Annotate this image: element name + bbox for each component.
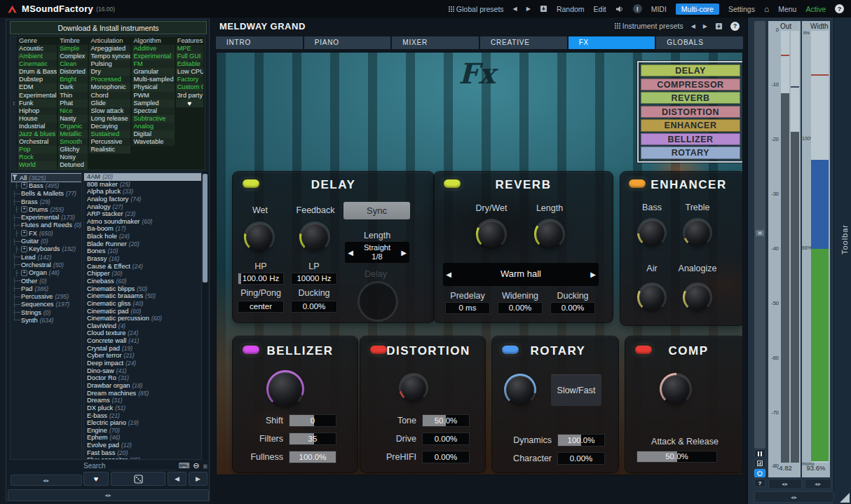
tag-item[interactable]: Phat — [58, 100, 88, 107]
tag-item[interactable]: Jazz & blues — [18, 130, 57, 138]
tag-item[interactable]: Acoustic — [18, 45, 57, 53]
tag-item[interactable]: Ambient — [18, 53, 57, 60]
fx-chain-item[interactable]: ENHANCER — [641, 119, 740, 131]
tag-item[interactable]: Noisy — [58, 154, 88, 161]
tree-item[interactable]: + Strings (0) — [12, 308, 81, 316]
active-indicator[interactable]: Active — [805, 5, 826, 13]
info-icon[interactable]: ! — [633, 4, 642, 13]
instrument-list-item[interactable]: 808 maker (25) — [84, 181, 201, 189]
prev-preset-button[interactable]: ◀ — [691, 23, 695, 29]
hp-value[interactable]: 100.00 Hz — [238, 273, 284, 285]
tag-item[interactable]: Low CPU — [176, 68, 203, 76]
pingpong-value[interactable]: center — [238, 301, 284, 313]
instrument-list-item[interactable]: Cinematic gliss (40) — [84, 300, 201, 308]
tag-item[interactable]: Clean — [58, 60, 88, 68]
filters-value[interactable]: 35 — [289, 433, 336, 445]
instrument-list-item[interactable]: DX pluck (51) — [84, 404, 201, 412]
tree-expander-icon[interactable]: + — [21, 270, 27, 276]
tag-item[interactable]: Full GUI — [176, 53, 203, 60]
next-preset-button[interactable]: ▶ — [703, 23, 707, 29]
dynamics-value[interactable]: 100.0% — [557, 434, 605, 447]
fx-chain-item[interactable]: ROTARY — [641, 147, 740, 158]
instrument-list-item[interactable]: Alpha pluck (33) — [84, 188, 201, 196]
instrument-list-item[interactable]: 4AM (20) — [84, 173, 201, 181]
tag-item[interactable]: Drum & Bass — [18, 68, 57, 76]
power-button[interactable] — [754, 469, 765, 477]
tag-item[interactable]: Rock — [18, 154, 57, 161]
toolbar-strip[interactable]: Toolbar — [833, 18, 851, 504]
fx-chain-item[interactable]: DISTORTION — [641, 106, 740, 118]
instrument-list-item[interactable]: Cinematic braaams (50) — [84, 292, 201, 300]
help-icon[interactable]: ? — [835, 4, 844, 13]
output-fader[interactable]: ▤ — [754, 21, 765, 449]
tag-item[interactable]: Analog — [132, 123, 174, 130]
tag-item[interactable]: Multi-sampled — [132, 76, 174, 83]
tree-item[interactable]: + Pad (386) — [12, 285, 81, 292]
fx-chain-item[interactable]: DELAY — [641, 64, 740, 76]
analogize-knob[interactable] — [683, 282, 712, 312]
instrument-list-item[interactable]: Doctor Ro (31) — [84, 374, 201, 382]
tag-item[interactable]: Distorted — [58, 68, 88, 76]
instrument-list-item[interactable]: Blade Runner (20) — [84, 240, 201, 248]
instrument-list-item[interactable]: Drawbar organ (18) — [84, 382, 201, 390]
selector-left-icon[interactable]: ◀ — [443, 271, 454, 278]
feedback-knob[interactable] — [299, 222, 330, 252]
tree-expander-icon[interactable]: + — [21, 230, 27, 236]
instrument-list-item[interactable]: Analogy (27) — [84, 203, 201, 211]
distortion-knob[interactable] — [399, 373, 428, 402]
out-meter-hscrollbar[interactable]: ◂▸ — [768, 479, 802, 489]
instrument-list-item[interactable]: Analog factory (74) — [84, 196, 201, 203]
tag-item[interactable]: Detuned — [58, 161, 88, 169]
fx-chain-item[interactable]: REVERB — [641, 92, 740, 104]
instrument-list-item[interactable]: E-bass (21) — [84, 412, 201, 420]
sync-toggle[interactable]: Sync — [343, 202, 410, 219]
random-preset-button[interactable] — [111, 472, 165, 486]
tree-expander-icon[interactable]: + — [21, 246, 27, 252]
tag-item[interactable]: Factory — [176, 76, 203, 83]
instrument-presets-button[interactable]: Instrument presets — [615, 22, 683, 30]
lp-value[interactable]: 10000 Hz — [291, 273, 337, 285]
length-selector[interactable]: ◀ Straight1/8 ▶ — [345, 242, 409, 263]
clear-filter-icon[interactable]: ⊖ — [193, 461, 199, 470]
tag-item[interactable]: House — [18, 115, 57, 123]
tree-item[interactable]: + Sequences (197) — [12, 301, 81, 308]
tree-item[interactable]: + All (3625) — [12, 174, 81, 182]
meter-mode-button[interactable] — [754, 459, 765, 468]
instrument-list-item[interactable]: Dream machines (85) — [84, 390, 201, 397]
instrument-list-item[interactable]: Deep impact (24) — [84, 360, 201, 367]
tag-item[interactable]: Realistic — [89, 146, 130, 154]
selector-left-icon[interactable]: ◀ — [345, 249, 356, 257]
tone-value[interactable]: 50.0% — [422, 414, 470, 427]
tag-item[interactable]: Complex — [58, 53, 88, 60]
download-install-button[interactable]: Download & Install instruments — [10, 21, 207, 34]
ducking-value[interactable]: 0.00% — [291, 301, 337, 313]
settings-button[interactable]: Settings — [728, 5, 755, 13]
length-knob[interactable] — [534, 219, 565, 250]
tag-item[interactable]: EDM — [18, 83, 57, 91]
instrument-list-item[interactable]: Cyber terror (21) — [84, 352, 201, 360]
out-meter-right-channel[interactable] — [791, 31, 799, 463]
bass-knob[interactable] — [637, 218, 667, 247]
tree-item[interactable]: + Lead (142) — [12, 253, 81, 261]
tag-item[interactable]: Experimental — [18, 92, 57, 100]
tag-item[interactable]: Decaying — [89, 123, 130, 130]
instrument-list-item[interactable]: Cinebass (60) — [84, 278, 201, 285]
meter-panel-hscrollbar[interactable]: ◂▸ — [754, 491, 834, 503]
tag-item[interactable]: Percussive — [89, 138, 130, 146]
tag-item[interactable]: Dry — [89, 68, 130, 76]
prev-instrument-button[interactable]: ◀ — [168, 472, 186, 486]
midi-button[interactable]: MIDI — [651, 5, 667, 13]
tag-item[interactable]: Subtractive — [132, 115, 174, 123]
preset-prev-button[interactable]: ◀ — [513, 6, 517, 12]
treble-knob[interactable] — [683, 218, 712, 247]
tag-item[interactable]: Custom GUI — [176, 83, 203, 91]
tag-item[interactable]: Physical — [132, 83, 174, 91]
instrument-list-item[interactable]: Evolve pad (12) — [84, 442, 201, 449]
out-meter-left-channel[interactable] — [781, 31, 789, 463]
tree-item[interactable]: + Bass (495) — [12, 182, 81, 189]
tree-item[interactable]: + Flutes and Reeds (0) — [12, 222, 81, 229]
tag-item[interactable]: Processed — [89, 76, 130, 83]
tag-item[interactable]: Additive — [132, 45, 174, 53]
fullness-value[interactable]: 100.0% — [289, 451, 336, 463]
tree-expander-icon[interactable]: + — [21, 182, 27, 189]
